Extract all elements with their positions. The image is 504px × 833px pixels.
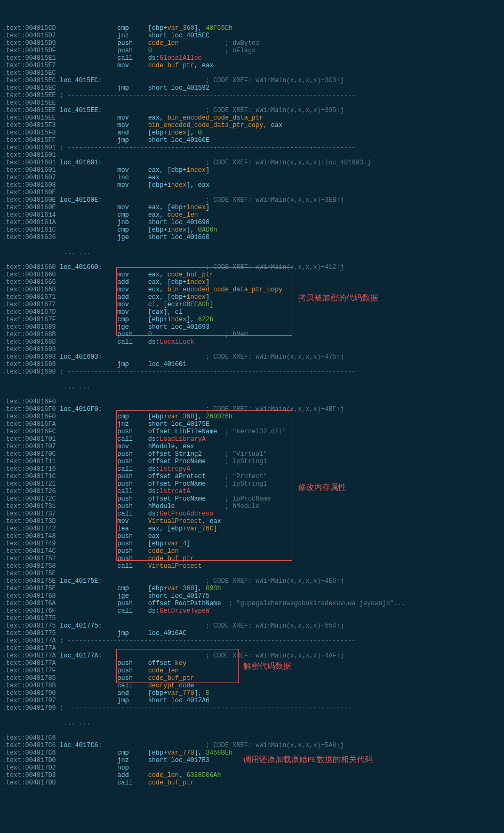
operand: , eax [202, 518, 221, 525]
address: .text:004015EE [2, 99, 56, 107]
comment: ; uFlags [225, 47, 256, 54]
mnemonic: push [117, 450, 148, 458]
operand: offset LibFileName [148, 428, 221, 435]
address: .text:004016FC [2, 428, 56, 435]
mnemonic: nop [117, 764, 148, 772]
operand: code_buf_ptr [167, 271, 213, 279]
address: .text:004016F0 [2, 398, 56, 406]
mnemonic: push [117, 600, 148, 607]
mnemonic: push [117, 675, 148, 682]
operand: short loc_401775 [148, 592, 210, 600]
operand: ], [187, 226, 198, 234]
operand: ], [187, 316, 198, 323]
operand: code_buf_ptr [148, 62, 194, 69]
address: .text:0040173D [2, 518, 56, 525]
address: .text:00401660 [2, 264, 56, 271]
xref-comment: ; CODE XREF: wWinMain(x,x,x,x)+4E6↑j [206, 577, 344, 585]
mnemonic: inc [117, 174, 148, 181]
mnemonic: add [117, 293, 148, 301]
operand: [ebp+ [148, 226, 167, 234]
address: .text:0040175E [2, 585, 56, 592]
address: .text:00401626 [2, 234, 56, 241]
operand: [ebp+ [148, 540, 167, 548]
operand: [ebp+ [148, 25, 167, 32]
operand: index [187, 279, 206, 286]
mnemonic: mov [117, 122, 148, 129]
operand: bin_encoded_code_data_ptr_copy [167, 286, 283, 293]
operand: index [187, 166, 206, 174]
operand: ], eax [187, 181, 210, 189]
mnemonic: call [117, 435, 148, 443]
operand: code_buf_ptr [148, 675, 194, 682]
operand: [eax], cl [148, 308, 183, 316]
mnemonic: push [117, 331, 148, 338]
operand: short loc_40175E [148, 421, 210, 428]
xref-comment: ; CODE XREF: wWinMain(x,x,x,x):loc_40169… [206, 159, 371, 166]
operand: short loc_401693 [148, 323, 210, 331]
address: .text:0040177A [2, 660, 56, 667]
mnemonic: add [117, 772, 148, 779]
mnemonic: call [117, 54, 148, 62]
address: .text:004017DD [2, 779, 56, 787]
mnemonic: jnb [117, 219, 148, 226]
annotation-label: 拷贝被加密的代码数据 [298, 294, 378, 302]
mnemonic: push [117, 548, 148, 555]
mnemonic: mov [117, 166, 148, 174]
mnemonic: jmp [117, 361, 148, 368]
operand: hModule [148, 503, 210, 510]
mnemonic: jge [117, 592, 148, 600]
operand: GlobalAlloc [159, 54, 202, 62]
comment: ; "Protect" [225, 473, 267, 480]
mnemonic: push [117, 480, 148, 488]
operand: eax, [ebp+ [148, 525, 187, 533]
comment: ; hModule [225, 503, 260, 510]
mnemonic: mov [117, 308, 148, 316]
address: .text:0040175E [2, 577, 56, 585]
operand: ] [210, 301, 213, 308]
operand: ], [194, 749, 206, 757]
comment: ; "kernel32.dll" [225, 428, 286, 435]
address: .text:00401614 [2, 211, 56, 219]
operand: var_368 [167, 585, 194, 592]
label: loc_4017C6: [60, 742, 175, 749]
address: .text:0040167D [2, 308, 56, 316]
operand: var_4 [167, 540, 187, 548]
operand: , eax [194, 62, 213, 69]
operand: GetProcAddress [159, 510, 213, 518]
mnemonic: mov [117, 181, 148, 189]
mnemonic: mov [117, 62, 148, 69]
mnemonic: push [117, 660, 148, 667]
operand: eax [148, 533, 160, 540]
mnemonic: push [117, 540, 148, 548]
address: .text:0040172C [2, 495, 56, 503]
operand: offset ProcName [148, 458, 210, 465]
label: loc_401693: [60, 353, 175, 361]
mnemonic: jnz [117, 757, 148, 764]
address: .text:004015EC [2, 69, 56, 77]
address: .text:0040170C [2, 450, 56, 458]
operand: ] [206, 166, 210, 174]
address: .text:004017C6 [2, 734, 56, 742]
operand: 893h [206, 585, 221, 592]
address: .text:004016F0 [2, 406, 56, 413]
address: .text:00401726 [2, 488, 56, 495]
operand: index [167, 226, 187, 234]
address: .text:00401601 [2, 144, 56, 152]
mnemonic: mov [117, 518, 148, 525]
operand: ecx, [148, 286, 167, 293]
operand: , eax [263, 122, 283, 129]
mnemonic: cmp [117, 316, 148, 323]
operand: 0BECA0h [182, 301, 209, 308]
address: .text:00401731 [2, 503, 56, 510]
address: .text:00401790 [2, 689, 56, 697]
address: .text:0040176A [2, 600, 56, 607]
mnemonic: call [117, 510, 148, 518]
address: .text:00401689 [2, 323, 56, 331]
mnemonic: cmp [117, 585, 148, 592]
label: loc_40175E: [60, 577, 175, 585]
address: .text:0040178B [2, 682, 56, 689]
address: .text:00401721 [2, 480, 56, 488]
mnemonic: cmp [117, 25, 148, 32]
mnemonic: push [117, 533, 148, 540]
address: .text:0040177A [2, 645, 56, 652]
